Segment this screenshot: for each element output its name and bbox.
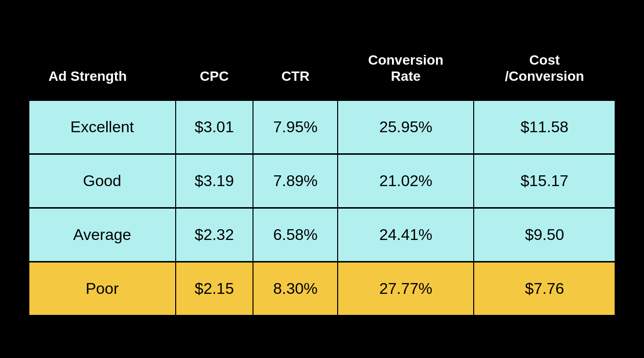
cell-ctr-average: 6.58% bbox=[253, 208, 338, 262]
cell-cpc-average: $2.32 bbox=[176, 208, 253, 262]
cell-conversion-rate-average: 24.41% bbox=[338, 208, 474, 262]
cell-cpc-poor: $2.15 bbox=[176, 262, 253, 315]
cell-cost-conversion-excellent: $11.58 bbox=[474, 100, 615, 154]
header-conversion-rate: ConversionRate bbox=[338, 42, 474, 100]
header-ad-strength: Ad Strength bbox=[29, 42, 176, 100]
header-cost-conversion: Cost/Conversion bbox=[474, 42, 615, 100]
table-container: Ad Strength CPC CTR ConversionRate Cost/… bbox=[28, 42, 616, 316]
cell-conversion-rate-poor: 27.77% bbox=[338, 262, 474, 315]
cell-cost-conversion-good: $15.17 bbox=[474, 154, 615, 208]
cell-ctr-excellent: 7.95% bbox=[253, 100, 338, 154]
header-ctr: CTR bbox=[253, 42, 338, 100]
cell-conversion-rate-excellent: 25.95% bbox=[338, 100, 474, 154]
cell-cpc-excellent: $3.01 bbox=[176, 100, 253, 154]
table-row: Poor $2.15 8.30% 27.77% $7.76 bbox=[29, 262, 615, 315]
header-row: Ad Strength CPC CTR ConversionRate Cost/… bbox=[29, 42, 615, 100]
cell-cost-conversion-poor: $7.76 bbox=[474, 262, 615, 315]
cell-conversion-rate-good: 21.02% bbox=[338, 154, 474, 208]
cell-ad-strength-good: Good bbox=[29, 154, 176, 208]
cell-ad-strength-excellent: Excellent bbox=[29, 100, 176, 154]
header-cpc: CPC bbox=[176, 42, 253, 100]
table-row: Average $2.32 6.58% 24.41% $9.50 bbox=[29, 208, 615, 262]
cell-ad-strength-average: Average bbox=[29, 208, 176, 262]
cell-cost-conversion-average: $9.50 bbox=[474, 208, 615, 262]
cell-ctr-poor: 8.30% bbox=[253, 262, 338, 315]
cell-cpc-good: $3.19 bbox=[176, 154, 253, 208]
cell-ad-strength-poor: Poor bbox=[29, 262, 176, 315]
cell-ctr-good: 7.89% bbox=[253, 154, 338, 208]
table-row: Excellent $3.01 7.95% 25.95% $11.58 bbox=[29, 100, 615, 154]
table-row: Good $3.19 7.89% 21.02% $15.17 bbox=[29, 154, 615, 208]
data-table: Ad Strength CPC CTR ConversionRate Cost/… bbox=[28, 42, 616, 316]
